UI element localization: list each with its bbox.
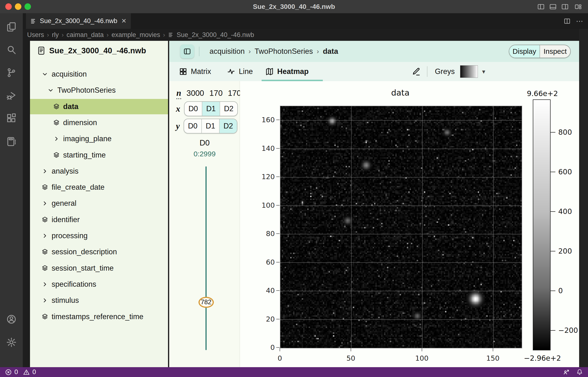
tree-item-identifier[interactable]: identifier — [30, 212, 168, 227]
y-tick-mark — [276, 290, 280, 291]
colorbar-tick-mark — [551, 172, 555, 172]
breadcrumb-file[interactable]: Sue_2x_3000_40_-46.nwb — [177, 31, 254, 39]
edit-pencil-icon[interactable] — [411, 62, 421, 81]
colorbar-min-label: −2.96e+2 — [516, 354, 569, 362]
y-tick-label: 60 — [253, 258, 275, 266]
heatmap-canvas-box — [280, 106, 522, 348]
toggle-sidebar-button[interactable] — [180, 44, 194, 58]
breadcrumb-part[interactable]: caiman_data — [67, 31, 104, 39]
grid-icon — [179, 67, 187, 76]
account-icon[interactable] — [6, 314, 17, 325]
run-debug-icon[interactable] — [6, 90, 17, 101]
panel-breadcrumb-part[interactable]: TwoPhotonSeries — [255, 47, 313, 56]
tree-item-processing[interactable]: processing — [30, 228, 168, 244]
frame-slider-handle[interactable]: 782 — [198, 297, 214, 308]
tree-item-acquisition[interactable]: acquisition — [30, 67, 168, 82]
panel-bottom-icon[interactable] — [549, 3, 557, 11]
tab-matrix-label: Matrix — [191, 67, 211, 76]
colorbar-tick-label: 600 — [558, 168, 572, 176]
layers-icon — [53, 103, 60, 110]
y-dim-button-D2[interactable]: D2 — [219, 119, 237, 133]
y-dimension-selector: D0D1D2 — [184, 119, 237, 133]
problems-status[interactable]: 0 0 — [5, 368, 36, 376]
inspect-mode-button[interactable]: Inspect — [540, 45, 570, 58]
breadcrumb-part[interactable]: Users — [27, 31, 44, 39]
tree-item-starting_time[interactable]: starting_time — [30, 147, 168, 163]
shape-dim1: 170 — [209, 89, 222, 98]
header-divider — [199, 47, 199, 56]
display-mode-button[interactable]: Display — [509, 45, 540, 58]
tree-item-analysis[interactable]: analysis — [30, 164, 168, 179]
tab-matrix[interactable]: Matrix — [179, 62, 211, 81]
tree-item-specifications[interactable]: specifications — [30, 277, 168, 292]
colorbar-tick-label: 400 — [558, 207, 572, 216]
tab-nwb-file[interactable]: Sue_2x_3000_40_-46.nwb ✕ — [26, 13, 131, 29]
colormap-dropdown[interactable]: Greys ▾ — [435, 62, 485, 81]
colorbar-tick-mark — [551, 330, 555, 331]
frame-slider-track[interactable] — [206, 166, 207, 350]
tree-title-label: Sue_2x_3000_40_-46.nwb — [49, 46, 146, 55]
chevron-right-icon — [41, 168, 48, 175]
x-dim-button-D1[interactable]: D1 — [202, 102, 219, 116]
search-icon[interactable] — [6, 44, 17, 55]
tree-item-label: session_start_time — [52, 264, 114, 272]
remote-icon[interactable] — [563, 369, 570, 376]
tree-item-file_create_date[interactable]: file_create_date — [30, 180, 168, 195]
more-actions-icon[interactable]: ⋯ — [576, 18, 584, 25]
panel-breadcrumb-part[interactable]: acquisition — [209, 47, 244, 56]
tree-item-session_description[interactable]: session_description — [30, 244, 168, 259]
chevron-right-icon — [41, 297, 48, 304]
x-dim-button-D2[interactable]: D2 — [219, 102, 237, 116]
heatmap-gridlines — [280, 106, 522, 348]
panel-breadcrumb: acquisition›TwoPhotonSeries›data — [209, 41, 338, 62]
close-tab-icon[interactable]: ✕ — [121, 17, 127, 25]
breadcrumb-separator: › — [47, 31, 49, 39]
tab-heatmap-label: Heatmap — [277, 67, 309, 76]
tab-actions: ⋯ — [564, 13, 584, 29]
breadcrumb: Users›rly›caiman_data›example_movies›Sue… — [23, 29, 588, 41]
notifications-bell-icon[interactable] — [576, 369, 583, 376]
source-control-icon[interactable] — [6, 67, 17, 78]
zoom-window-button[interactable] — [24, 3, 31, 10]
extensions-icon[interactable] — [6, 113, 17, 124]
minimize-window-button[interactable] — [15, 3, 21, 10]
tab-bar: Sue_2x_3000_40_-46.nwb ✕ ⋯ — [23, 13, 588, 29]
tree-item-stimulus[interactable]: stimulus — [30, 293, 168, 308]
tree-item-TwoPhotonSeries[interactable]: TwoPhotonSeries — [30, 82, 168, 98]
y-tick-label: 160 — [253, 116, 275, 124]
tree-item-imaging_plane[interactable]: imaging_plane — [30, 131, 168, 146]
settings-gear-icon[interactable] — [6, 337, 17, 348]
plot-title: data — [352, 88, 448, 97]
explorer-icon[interactable] — [6, 22, 17, 32]
titlebar: Sue_2x_3000_40_-46.nwb — [0, 0, 588, 13]
tree-item-dimension[interactable]: dimension — [30, 115, 168, 130]
panel-right-icon[interactable] — [561, 3, 569, 11]
tab-line[interactable]: Line — [227, 62, 253, 81]
tab-line-label: Line — [239, 67, 253, 76]
split-editor-icon[interactable] — [564, 18, 571, 25]
tree-item-timestamps_reference_time[interactable]: timestamps_reference_time — [30, 309, 168, 324]
errors-count: 0 — [14, 368, 18, 376]
tree-item-session_start_time[interactable]: session_start_time — [30, 260, 168, 276]
layout-customize-icon[interactable] — [574, 3, 582, 11]
y-tick-mark — [276, 319, 280, 319]
y-label: y — [176, 121, 180, 131]
vscode-window: Sue_2x_3000_40_-46.nwb — [0, 0, 588, 377]
tab-heatmap[interactable]: Heatmap — [265, 62, 309, 81]
x-dim-button-D0[interactable]: D0 — [184, 102, 202, 116]
breadcrumb-part[interactable]: example_movies — [112, 31, 160, 39]
tree-item-general[interactable]: general — [30, 196, 168, 211]
breadcrumb-part[interactable]: rly — [52, 31, 59, 39]
notebook-icon[interactable] — [6, 136, 17, 147]
tree-item-label: imaging_plane — [63, 134, 112, 143]
tree-item-data[interactable]: data — [30, 99, 168, 114]
tree-item-label: starting_time — [63, 151, 106, 159]
panel-left-icon[interactable] — [537, 3, 545, 11]
slider-dim-label: D0 — [169, 138, 240, 147]
colormap-label: Greys — [435, 67, 455, 76]
y-dim-button-D0[interactable]: D0 — [184, 119, 201, 133]
colorbar-tick-label: 800 — [558, 128, 572, 136]
errors-icon — [5, 369, 12, 376]
y-dim-button-D1[interactable]: D1 — [201, 119, 219, 133]
close-window-button[interactable] — [5, 3, 12, 10]
